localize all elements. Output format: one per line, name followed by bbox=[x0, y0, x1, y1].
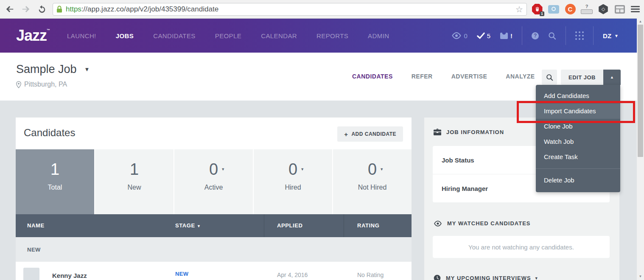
watched-empty-text: You are not watching any candidates. bbox=[433, 236, 610, 258]
ssl-lock-icon bbox=[56, 6, 62, 13]
url-text: https://app.jazz.co/app/v2/job/435399/ca… bbox=[66, 5, 515, 14]
column-rating[interactable]: RATING bbox=[357, 214, 379, 237]
jazz-logo[interactable]: Jazz™ bbox=[16, 27, 47, 45]
trademark-mark: ™ bbox=[47, 28, 50, 32]
url-bar[interactable]: https://app.jazz.co/app/v2/job/435399/ca… bbox=[53, 3, 527, 16]
job-location: Pittsburgh, PA bbox=[16, 81, 67, 88]
watched-candidates-header: MY WATCHED CANDIDATES bbox=[434, 220, 531, 227]
adblock-extension-button[interactable]: 1 bbox=[531, 3, 543, 15]
chevron-down-icon[interactable]: ▼ bbox=[300, 167, 304, 171]
apps-grid-icon bbox=[575, 31, 584, 40]
menu-divider bbox=[536, 168, 620, 169]
nav-search-button[interactable] bbox=[548, 32, 556, 40]
candidate-stage[interactable]: NEW bbox=[175, 271, 189, 277]
bookmark-star-icon[interactable]: ☆ bbox=[515, 5, 523, 14]
camera-extension-button[interactable] bbox=[548, 3, 560, 15]
job-tabs: CANDIDATES REFER ADVERTISE ANALYZE bbox=[352, 73, 535, 80]
stat-label: Hired bbox=[285, 184, 301, 191]
candidate-name[interactable]: Kenny Jazz bbox=[52, 272, 87, 279]
help-icon: ? bbox=[532, 32, 539, 39]
task-count: 5 bbox=[487, 32, 490, 39]
gem-extension-button[interactable]: ◇ bbox=[597, 3, 609, 15]
help-button[interactable]: ? bbox=[532, 32, 539, 39]
stat-not-hired[interactable]: 0▼ Not Hired bbox=[333, 149, 412, 214]
page-scrollbar[interactable]: ▲ ▼ bbox=[637, 18, 644, 280]
job-information-title: JOB INFORMATION bbox=[446, 129, 504, 135]
top-nav: Jazz™ LAUNCH! JOBS CANDIDATES PEOPLE CAL… bbox=[0, 19, 644, 53]
reload-button[interactable] bbox=[36, 3, 48, 16]
menu-item-create-task[interactable]: Create Task bbox=[536, 149, 620, 165]
job-title-menu[interactable]: Sample Job ▼ bbox=[16, 63, 90, 76]
scroll-down-button[interactable]: ▼ bbox=[637, 273, 644, 280]
edit-job-dropdown-toggle[interactable]: ▲ bbox=[603, 70, 621, 85]
stat-value: 0 bbox=[209, 160, 218, 178]
stage-group-label: NEW bbox=[27, 246, 41, 253]
watched-candidates-card: You are not watching any candidates. bbox=[433, 236, 610, 258]
search-icon bbox=[546, 74, 553, 81]
nav-divider bbox=[566, 26, 566, 45]
stat-label: Not Hired bbox=[358, 184, 387, 191]
edit-job-button[interactable]: EDIT JOB bbox=[561, 70, 603, 85]
location-pin-icon bbox=[16, 81, 21, 88]
hiring-manager-label: Hiring Manager bbox=[442, 185, 488, 192]
stat-total[interactable]: 1 Total bbox=[16, 149, 94, 214]
stat-new[interactable]: 1 New bbox=[95, 149, 174, 214]
column-stage[interactable]: STAGE ▼ bbox=[175, 214, 201, 237]
candidates-title: Candidates bbox=[24, 127, 75, 139]
nav-item-calendar[interactable]: CALENDAR bbox=[261, 32, 297, 39]
menu-item-watch-job[interactable]: Watch Job bbox=[536, 134, 620, 149]
upcoming-interviews-header: MY UPCOMING INTERVIEWS ▼ bbox=[434, 274, 539, 280]
add-candidate-button[interactable]: + ADD CANDIDATE bbox=[337, 126, 403, 142]
nav-item-candidates[interactable]: CANDIDATES bbox=[153, 32, 196, 39]
forward-arrow-icon bbox=[21, 5, 31, 14]
tab-analyze[interactable]: ANALYZE bbox=[506, 73, 535, 80]
stat-value: 0 bbox=[288, 160, 297, 178]
back-button[interactable] bbox=[3, 3, 16, 16]
menu-item-import-candidates[interactable]: Import Candidates bbox=[536, 104, 620, 119]
stat-hired[interactable]: 0▼ Hired bbox=[254, 149, 332, 214]
nav-item-people[interactable]: PEOPLE bbox=[215, 32, 241, 39]
chevron-up-icon: ▲ bbox=[610, 75, 614, 79]
c-circle-icon: C bbox=[565, 4, 576, 14]
menu-item-clone-job[interactable]: Clone Job bbox=[536, 119, 620, 134]
column-applied[interactable]: APPLIED bbox=[277, 214, 303, 237]
job-search-button[interactable] bbox=[542, 70, 557, 85]
tab-advertise[interactable]: ADVERTISE bbox=[451, 73, 487, 80]
scroll-up-button[interactable]: ▲ bbox=[637, 18, 644, 25]
column-name[interactable]: NAME bbox=[27, 214, 45, 237]
nav-item-reports[interactable]: REPORTS bbox=[316, 32, 348, 39]
forward-button[interactable] bbox=[20, 3, 32, 16]
nav-item-launch[interactable]: LAUNCH! bbox=[67, 32, 96, 39]
stat-label: Total bbox=[48, 184, 62, 191]
user-menu[interactable]: DZ ▼ bbox=[603, 32, 619, 39]
watch-count: 0 bbox=[464, 32, 467, 39]
tab-refer[interactable]: REFER bbox=[412, 73, 433, 80]
column-divider bbox=[344, 214, 344, 237]
nav-item-admin[interactable]: ADMIN bbox=[368, 32, 389, 39]
scroll-thumb[interactable] bbox=[638, 25, 643, 157]
chevron-down-icon[interactable]: ▼ bbox=[380, 167, 384, 171]
watched-counter[interactable]: 0 bbox=[451, 32, 467, 39]
url-path: ://app.jazz.co/app/v2/job/435399/candida… bbox=[81, 5, 218, 13]
inbox-button[interactable]: ! bbox=[500, 32, 512, 39]
adblock-badge: 1 bbox=[540, 11, 544, 16]
nav-right-cluster: 0 5 ! ? bbox=[451, 26, 619, 45]
stage-group-row: NEW bbox=[16, 237, 412, 262]
apps-button[interactable] bbox=[575, 31, 584, 40]
briefcase-icon bbox=[434, 129, 441, 135]
menu-item-delete-job[interactable]: Delete Job bbox=[536, 173, 620, 188]
menu-item-add-candidates[interactable]: Add Candidates bbox=[536, 88, 620, 104]
ruler-icon: ? bbox=[581, 4, 593, 14]
ruler-extension-button[interactable]: ? bbox=[581, 3, 593, 15]
stat-active[interactable]: 0▼ Active bbox=[174, 149, 253, 214]
browser-menu-button[interactable] bbox=[631, 5, 640, 14]
chevron-down-icon[interactable]: ▼ bbox=[221, 167, 225, 171]
grid-extension-button[interactable] bbox=[614, 3, 626, 15]
c-extension-button[interactable]: C bbox=[564, 3, 576, 15]
candidate-row[interactable]: Kenny Jazz NEW Apr 4, 2016 No Rating bbox=[16, 262, 412, 280]
tasks-counter[interactable]: 5 bbox=[477, 32, 490, 39]
url-scheme: https bbox=[66, 5, 81, 13]
tab-candidates[interactable]: CANDIDATES bbox=[352, 73, 393, 80]
nav-item-jobs[interactable]: JOBS bbox=[116, 32, 134, 39]
edit-job-menu: Add Candidates Import Candidates Clone J… bbox=[536, 85, 620, 192]
